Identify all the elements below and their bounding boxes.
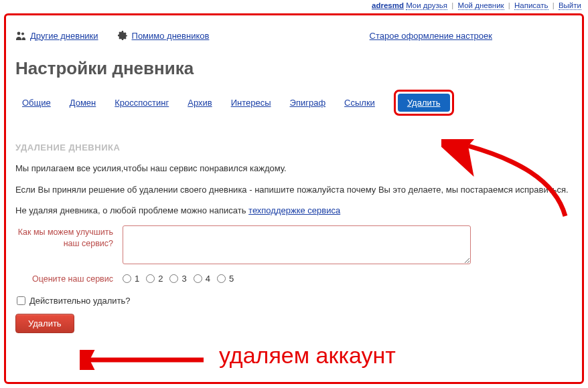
- annotation-outer-border: Другие дневники Помимо дневников Старое …: [4, 13, 584, 384]
- tab-crossposting[interactable]: Кросспостинг: [115, 98, 169, 108]
- svg-point-0: [17, 32, 21, 35]
- intro-text-2: Если Вы приняли решение об удалении свое…: [15, 183, 573, 197]
- separator: |: [451, 1, 453, 9]
- topbar-link-mydiary[interactable]: Мой дневник: [458, 1, 504, 10]
- separator: |: [553, 1, 555, 9]
- intro-text-3: Не удаляя дневника, о любой проблеме мож…: [15, 204, 573, 217]
- tab-links[interactable]: Ссылки: [344, 98, 375, 108]
- rating-opt-2-label: 2: [158, 274, 163, 284]
- nav-besides-diaries-label: Помимо дневников: [132, 31, 210, 41]
- top-user-bar: adresmd Мои друзья | Мой дневник | Напис…: [372, 1, 581, 9]
- annotation-arrow-to-button: [80, 350, 207, 370]
- rating-options: 1 2 3 4 5: [123, 274, 238, 284]
- nav-old-style-link[interactable]: Старое оформление настроек: [370, 31, 492, 41]
- nav-besides-diaries[interactable]: Помимо дневников: [117, 30, 210, 41]
- nav-other-diaries[interactable]: Другие дневники: [15, 30, 98, 41]
- confirm-row: Действительно удалить?: [17, 296, 573, 306]
- rating-radio-4[interactable]: [194, 274, 202, 283]
- rating-radio-3[interactable]: [169, 274, 178, 283]
- rating-opt-5-label: 5: [229, 274, 234, 284]
- delete-button[interactable]: Удалить: [15, 314, 74, 333]
- feedback-row: Как мы можем улучшить наш сервис?: [15, 225, 573, 264]
- page-title: Настройки дневника: [15, 58, 573, 79]
- topbar-link-logout[interactable]: Выйти: [559, 1, 581, 10]
- svg-point-1: [21, 33, 24, 35]
- people-icon: [15, 30, 26, 41]
- tab-delete[interactable]: Удалить: [398, 94, 450, 112]
- rating-opt-1-label: 1: [135, 274, 139, 284]
- settings-tabs: Общие Домен Кросспостинг Архив Интересы …: [15, 90, 573, 116]
- rating-opt-4-label: 4: [206, 274, 210, 284]
- main-content: Другие дневники Помимо дневников Старое …: [6, 15, 582, 343]
- tab-epigraph[interactable]: Эпиграф: [290, 98, 326, 108]
- confirm-delete-label: Действительно удалить?: [29, 296, 131, 306]
- rating-radio-2[interactable]: [146, 274, 155, 283]
- gear-icon: [117, 30, 128, 41]
- confirm-delete-checkbox[interactable]: [17, 296, 25, 305]
- rating-radio-5[interactable]: [217, 274, 226, 283]
- rating-label: Оцените наш сервис: [15, 274, 123, 286]
- tab-archive[interactable]: Архив: [188, 98, 212, 108]
- intro-text-3-prefix: Не удаляя дневника, о любой проблеме мож…: [15, 205, 248, 215]
- topbar-link-friends[interactable]: Мои друзья: [406, 1, 447, 10]
- tab-domain[interactable]: Домен: [70, 98, 96, 108]
- separator: |: [508, 1, 510, 9]
- rating-radio-1[interactable]: [123, 274, 131, 283]
- annotation-tab-highlight: Удалить: [394, 90, 454, 116]
- username-link[interactable]: adresmd: [372, 1, 404, 9]
- feedback-textarea[interactable]: [123, 225, 471, 264]
- secondary-nav: Другие дневники Помимо дневников Старое …: [15, 30, 573, 41]
- nav-other-diaries-label: Другие дневники: [30, 31, 98, 41]
- support-link[interactable]: техподдержке сервиса: [248, 205, 340, 215]
- intro-text-1: Мы прилагаем все усилия,чтобы наш сервис…: [15, 162, 573, 175]
- tab-interests[interactable]: Интересы: [231, 98, 271, 108]
- topbar-link-write[interactable]: Написать: [514, 1, 548, 10]
- annotation-caption: удаляем аккаунт: [219, 343, 396, 369]
- section-title: УДАЛЕНИЕ ДНЕВНИКА: [15, 142, 573, 153]
- feedback-label: Как мы можем улучшить наш сервис?: [15, 225, 123, 250]
- rating-row: Оцените наш сервис 1 2 3 4 5: [15, 274, 573, 286]
- tab-general[interactable]: Общие: [22, 98, 51, 108]
- rating-opt-3-label: 3: [181, 274, 186, 284]
